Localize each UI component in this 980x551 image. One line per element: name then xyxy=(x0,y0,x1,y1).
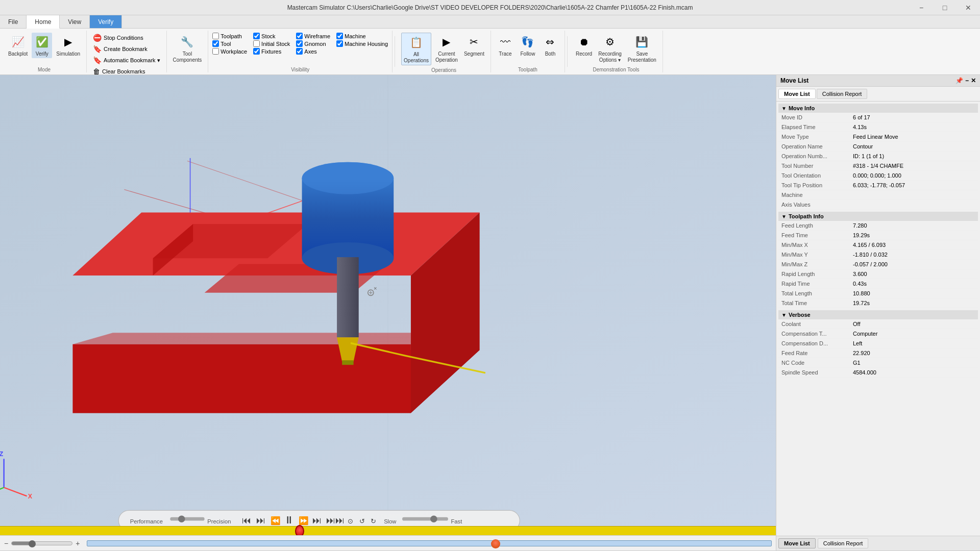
operation-name-value: Contour xyxy=(850,142,978,152)
verify-button[interactable]: ✅ Verify xyxy=(32,33,52,58)
visibility-col1: Toolpath Tool Workplace xyxy=(212,33,247,55)
verbose-label: Verbose xyxy=(789,312,811,318)
panel-close-btn[interactable]: ✕ xyxy=(971,77,976,84)
minmax-x-value: 4.165 / 6.093 xyxy=(850,240,978,250)
tool-components-label: ToolComponents xyxy=(173,51,202,63)
current-operation-label: CurrentOperation xyxy=(435,51,458,63)
close-button[interactable]: ✕ xyxy=(957,0,980,15)
zoom-slider[interactable] xyxy=(11,541,72,545)
minmax-y-value: -1.810 / 0.032 xyxy=(850,250,978,260)
cb-gnomon[interactable]: Gnomon xyxy=(296,40,330,47)
recording-options-button[interactable]: ⚙ RecordingOptions ▾ xyxy=(596,33,624,64)
prop-tool-number: Tool Number #318 - 1/4 CHAMFE xyxy=(778,161,978,171)
tool-components-icon: 🔧 xyxy=(179,34,195,50)
both-icon: ⇔ xyxy=(542,34,558,50)
svg-marker-14 xyxy=(72,333,411,344)
panel-title: Move List xyxy=(780,77,808,84)
maximize-button[interactable]: □ xyxy=(933,0,957,15)
3d-viewport[interactable]: × Z X Y Performance Precision ⏮ xyxy=(0,75,776,550)
trace-button[interactable]: 〰 Trace xyxy=(495,33,516,58)
toolpath-info-header[interactable]: ▼ Toolpath Info xyxy=(778,212,978,221)
coolant-value: Off xyxy=(850,319,978,329)
cb-wireframe[interactable]: Wireframe xyxy=(296,33,330,39)
prop-minmax-z: Min/Max Z -0.057 / 2.000 xyxy=(778,260,978,269)
prop-elapsed-time: Elapsed Time 4.13s xyxy=(778,122,978,132)
stop-conditions-button[interactable]: ⛔ Stop Conditions xyxy=(91,33,145,43)
current-operation-button[interactable]: ▶ CurrentOperation xyxy=(433,33,460,64)
demo-group-label: Demonstration Tools xyxy=(574,65,658,72)
minimize-button[interactable]: − xyxy=(910,0,933,15)
simulation-icon: ▶ xyxy=(60,34,77,50)
save-presentation-button[interactable]: 💾 SavePresentation xyxy=(626,33,658,64)
feed-time-value: 19.29s xyxy=(850,231,978,240)
cb-workplace[interactable]: Workplace xyxy=(212,48,247,55)
tab-move-list[interactable]: Move List xyxy=(778,89,816,99)
toolpath-group-label: Toolpath xyxy=(495,65,560,72)
visibility-checkboxes: Toolpath Tool Workplace Stock Initial St… xyxy=(212,31,388,65)
right-panel: Move List 📌 − ✕ Move List Collision Repo… xyxy=(776,75,980,550)
automatic-bookmark-button[interactable]: 🔖 Automatic Bookmark ▾ xyxy=(91,55,162,65)
operations-buttons: 📋 AllOperations ▶ CurrentOperation ✂ Seg… xyxy=(401,31,486,65)
tab-collision-report[interactable]: Collision Report xyxy=(817,89,868,99)
tool-components-button[interactable]: 🔧 ToolComponents xyxy=(171,33,204,64)
zoom-out-btn[interactable]: − xyxy=(4,539,8,547)
panel-content: ▼ Move Info Move ID 6 of 17 Elapsed Time… xyxy=(776,102,980,536)
cb-machine[interactable]: Machine xyxy=(336,33,388,39)
svg-rect-21 xyxy=(342,360,353,365)
panel-header-controls: 📌 − ✕ xyxy=(955,77,976,84)
record-button[interactable]: ⏺ Record xyxy=(574,33,594,58)
backplot-icon: 📈 xyxy=(10,34,26,50)
playback-buttons: ⛔ Stop Conditions 🔖 Create Bookmark 🔖 Au… xyxy=(91,31,162,77)
stop-conditions-label: Stop Conditions xyxy=(104,35,143,41)
cb-machine-housing[interactable]: Machine Housing xyxy=(336,40,388,47)
move-info-header[interactable]: ▼ Move Info xyxy=(778,104,978,113)
viewport-svg: × Z X Y Performance Precision ⏮ xyxy=(0,75,776,550)
cb-stock[interactable]: Stock xyxy=(253,33,290,39)
footer-tab-collision[interactable]: Collision Report xyxy=(818,538,869,548)
main-area: × Z X Y Performance Precision ⏮ xyxy=(0,75,980,550)
backplot-button[interactable]: 📈 Backplot xyxy=(6,33,30,58)
tab-verify[interactable]: Verify xyxy=(90,15,122,28)
panel-pin-btn[interactable]: 📌 xyxy=(955,77,963,84)
cb-fixtures[interactable]: Fixtures xyxy=(253,48,290,55)
trace-label: Trace xyxy=(499,51,511,57)
prop-tool-tip-position: Tool Tip Position 6.033; -1.778; -0.057 xyxy=(778,181,978,190)
secondary-timeline[interactable] xyxy=(87,540,772,546)
timeline-bar[interactable] xyxy=(0,526,776,535)
tab-file[interactable]: File xyxy=(0,15,27,28)
cb-initial-stock[interactable]: Initial Stock xyxy=(253,40,290,47)
tab-home[interactable]: Home xyxy=(27,15,60,29)
total-length-value: 10.880 xyxy=(850,289,978,298)
segment-button[interactable]: ✂ Segment xyxy=(462,33,486,58)
all-operations-button[interactable]: 📋 AllOperations xyxy=(401,33,431,65)
panel-tabs: Move List Collision Report xyxy=(776,87,980,102)
create-bookmark-button[interactable]: 🔖 Create Bookmark xyxy=(91,44,150,54)
verbose-header[interactable]: ▼ Verbose xyxy=(778,310,978,319)
operation-number-value: ID: 1 (1 of 1) xyxy=(850,152,978,161)
cb-toolpath[interactable]: Toolpath xyxy=(212,33,247,39)
panel-header: Move List 📌 − ✕ xyxy=(776,75,980,87)
prop-total-length: Total Length 10.880 xyxy=(778,289,978,298)
cb-axes[interactable]: Axes xyxy=(296,48,330,55)
create-bookmark-label: Create Bookmark xyxy=(104,46,148,52)
tab-view[interactable]: View xyxy=(60,15,90,28)
prop-rapid-time: Rapid Time 0.43s xyxy=(778,279,978,289)
toolpath-info-label: Toolpath Info xyxy=(789,213,824,219)
simulation-button[interactable]: ▶ Simulation xyxy=(54,33,82,58)
panel-minimize-btn[interactable]: − xyxy=(965,77,969,84)
follow-label: Follow xyxy=(520,51,535,57)
segment-label: Segment xyxy=(464,51,484,57)
cb-tool[interactable]: Tool xyxy=(212,40,247,47)
svg-text:Slow: Slow xyxy=(384,518,397,524)
mode-group-label: Mode xyxy=(6,65,82,72)
prop-coolant: Coolant Off xyxy=(778,319,978,329)
secondary-thumb[interactable] xyxy=(491,539,500,548)
footer-tab-move-list[interactable]: Move List xyxy=(778,538,816,548)
prop-operation-number: Operation Numb... ID: 1 (1 of 1) xyxy=(778,152,978,161)
separator1 xyxy=(395,36,395,67)
follow-button[interactable]: 👣 Follow xyxy=(518,33,538,58)
both-button[interactable]: ⇔ Both xyxy=(540,33,560,58)
comp-type-value: Computer xyxy=(850,329,978,339)
svg-text:Z: Z xyxy=(0,450,4,458)
zoom-in-btn[interactable]: + xyxy=(76,539,80,547)
